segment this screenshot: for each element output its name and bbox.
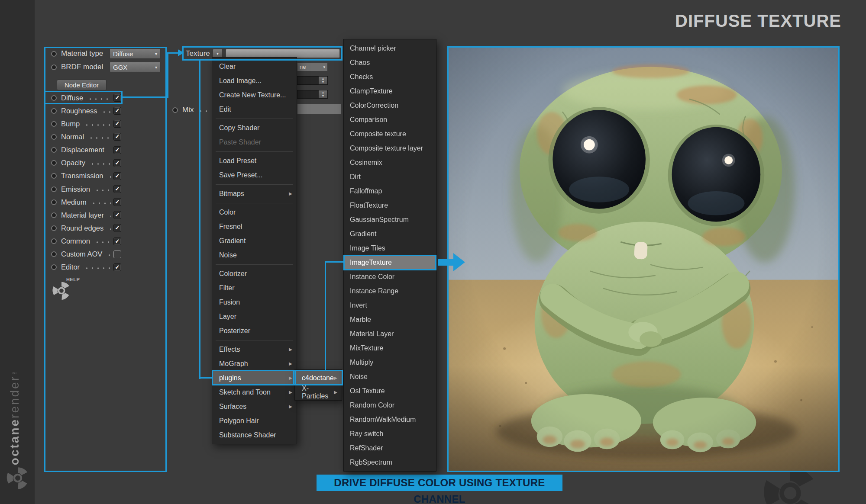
- channel-radio[interactable]: [51, 238, 57, 244]
- menu-item-paste-shader[interactable]: Paste Shader: [212, 135, 297, 149]
- help-logo-icon[interactable]: [52, 281, 71, 300]
- menu-item-instance-color[interactable]: Instance Color: [344, 270, 436, 284]
- menu-item-edit[interactable]: Edit: [212, 102, 297, 116]
- obscured-spinner-field[interactable]: ▲▼: [297, 90, 328, 99]
- channel-radio[interactable]: [51, 173, 57, 179]
- menu-item-posterizer[interactable]: Posterizer: [212, 324, 297, 338]
- channel-radio[interactable]: [51, 147, 57, 153]
- menu-item-multiply[interactable]: Multiply: [344, 355, 436, 369]
- channel-row-displacement[interactable]: Displacement✓: [44, 144, 125, 157]
- menu-item-dirt[interactable]: Dirt: [344, 170, 436, 184]
- menu-item-noise[interactable]: Noise: [212, 248, 297, 262]
- menu-item-channel-picker[interactable]: Channel picker: [344, 41, 436, 55]
- menu-item-imagetexture[interactable]: ImageTexture: [344, 255, 436, 270]
- menu-item-x-particles[interactable]: X-Particles▶: [295, 385, 342, 399]
- menu-item-colorizer[interactable]: Colorizer: [212, 266, 297, 281]
- channel-row-emission[interactable]: Emission✓: [44, 183, 125, 196]
- channel-checkbox[interactable]: ✓: [113, 185, 121, 193]
- menu-item-clamptexture[interactable]: ClampTexture: [344, 84, 436, 98]
- material-type-dropdown[interactable]: Diffuse ▾: [110, 48, 161, 59]
- channel-checkbox[interactable]: ✓: [113, 198, 121, 206]
- menu-item-random-color[interactable]: Random Color: [344, 398, 436, 412]
- channel-checkbox[interactable]: ✓: [113, 224, 121, 232]
- spinner-arrows-icon[interactable]: ▲▼: [319, 90, 327, 98]
- mix-radio[interactable]: [172, 107, 178, 113]
- menu-item-filter[interactable]: Filter: [212, 281, 297, 295]
- menu-item-checks[interactable]: Checks: [344, 70, 436, 84]
- menu-item-osl-texture[interactable]: Osl Texture: [344, 384, 436, 398]
- channel-radio[interactable]: [51, 212, 57, 218]
- channel-row-editor[interactable]: Editor✓: [44, 261, 125, 274]
- channel-row-roughness[interactable]: Roughness✓: [44, 104, 125, 117]
- menu-item-surfaces[interactable]: Surfaces▶: [212, 399, 297, 414]
- menu-item-fresnel[interactable]: Fresnel: [212, 219, 297, 234]
- channel-checkbox[interactable]: ✓: [113, 146, 121, 154]
- menu-item-load-preset[interactable]: Load Preset: [212, 154, 297, 168]
- menu-item-cosinemix[interactable]: Cosinemix: [344, 155, 436, 170]
- menu-item-comparison[interactable]: Comparison: [344, 112, 436, 127]
- menu-item-gradient[interactable]: Gradient: [212, 234, 297, 248]
- menu-item-sketch-and-toon[interactable]: Sketch and Toon▶: [212, 385, 297, 399]
- menu-item-invert[interactable]: Invert: [344, 298, 436, 312]
- menu-item-ray-switch[interactable]: Ray switch: [344, 427, 436, 441]
- menu-item-falloffmap[interactable]: Falloffmap: [344, 184, 436, 198]
- menu-item-image-tiles[interactable]: Image Tiles: [344, 241, 436, 255]
- menu-item-noise[interactable]: Noise: [344, 369, 436, 384]
- menu-item-create-new-texture[interactable]: Create New Texture...: [212, 88, 297, 102]
- channel-row-round-edges[interactable]: Round edges✓: [44, 222, 125, 234]
- menu-item-load-image[interactable]: Load Image...: [212, 74, 297, 88]
- channel-checkbox[interactable]: ✓: [113, 133, 121, 141]
- menu-item-marble[interactable]: Marble: [344, 312, 436, 327]
- texture-slot-bar[interactable]: [226, 49, 340, 58]
- channel-checkbox[interactable]: ✓: [113, 107, 121, 115]
- channel-row-diffuse[interactable]: Diffuse✓: [44, 91, 125, 104]
- menu-item-colorcorrection[interactable]: ColorCorrection: [344, 98, 436, 112]
- channel-checkbox[interactable]: ✓: [113, 211, 121, 219]
- material-type-radio[interactable]: [51, 51, 57, 57]
- menu-item-refshader[interactable]: RefShader: [344, 441, 436, 455]
- menu-item-effects[interactable]: Effects▶: [212, 342, 297, 356]
- channel-checkbox[interactable]: ✓: [113, 159, 121, 167]
- menu-item-c4doctane[interactable]: c4doctane▶: [295, 371, 342, 385]
- channel-radio[interactable]: [51, 251, 57, 257]
- channel-row-opacity[interactable]: Opacity✓: [44, 157, 125, 170]
- menu-item-clear[interactable]: Clear: [212, 59, 297, 74]
- menu-item-fusion[interactable]: Fusion: [212, 295, 297, 309]
- obscured-value-bar[interactable]: [297, 104, 342, 114]
- channel-checkbox[interactable]: [113, 250, 121, 258]
- menu-item-gaussianspectrum[interactable]: GaussianSpectrum: [344, 212, 436, 227]
- menu-item-color[interactable]: Color: [212, 205, 297, 219]
- channel-row-custom-aov[interactable]: Custom AOV: [44, 248, 125, 261]
- menu-item-mixtexture[interactable]: MixTexture: [344, 341, 436, 355]
- node-editor-button[interactable]: Node Editor: [57, 80, 107, 90]
- channel-row-common[interactable]: Common✓: [44, 235, 125, 248]
- channel-radio[interactable]: [51, 160, 57, 166]
- channel-radio[interactable]: [51, 264, 57, 270]
- channel-checkbox[interactable]: ✓: [113, 238, 121, 245]
- menu-item-plugins[interactable]: plugins▶: [212, 371, 297, 385]
- texture-dropdown-button[interactable]: ▾: [213, 49, 223, 58]
- obscured-spinner-field[interactable]: ▲▼: [297, 76, 328, 85]
- menu-item-composite-texture[interactable]: Composite texture: [344, 127, 436, 141]
- menu-item-polygon-hair[interactable]: Polygon Hair: [212, 414, 297, 428]
- channel-checkbox[interactable]: ✓: [113, 172, 121, 180]
- menu-item-save-preset[interactable]: Save Preset...: [212, 168, 297, 182]
- menu-item-chaos[interactable]: Chaos: [344, 55, 436, 70]
- channel-radio[interactable]: [51, 225, 57, 231]
- menu-item-bitmaps[interactable]: Bitmaps▶: [212, 186, 297, 201]
- channel-radio[interactable]: [51, 186, 57, 192]
- menu-item-gradient[interactable]: Gradient: [344, 227, 436, 241]
- menu-item-floattexture[interactable]: FloatTexture: [344, 198, 436, 212]
- channel-row-normal[interactable]: Normal✓: [44, 130, 125, 143]
- channel-radio[interactable]: [51, 95, 57, 101]
- menu-item-material-layer[interactable]: Material Layer: [344, 327, 436, 341]
- channel-row-transmission[interactable]: Transmission✓: [44, 170, 125, 183]
- channel-radio[interactable]: [51, 108, 57, 114]
- channel-checkbox[interactable]: ✓: [113, 94, 121, 102]
- menu-item-mograph[interactable]: MoGraph▶: [212, 356, 297, 371]
- channel-checkbox[interactable]: ✓: [113, 263, 121, 271]
- menu-item-instance-range[interactable]: Instance Range: [344, 284, 436, 298]
- spinner-arrows-icon[interactable]: ▲▼: [319, 77, 327, 84]
- channel-checkbox[interactable]: ✓: [113, 120, 121, 128]
- menu-item-rgbspectrum[interactable]: RgbSpectrum: [344, 455, 436, 469]
